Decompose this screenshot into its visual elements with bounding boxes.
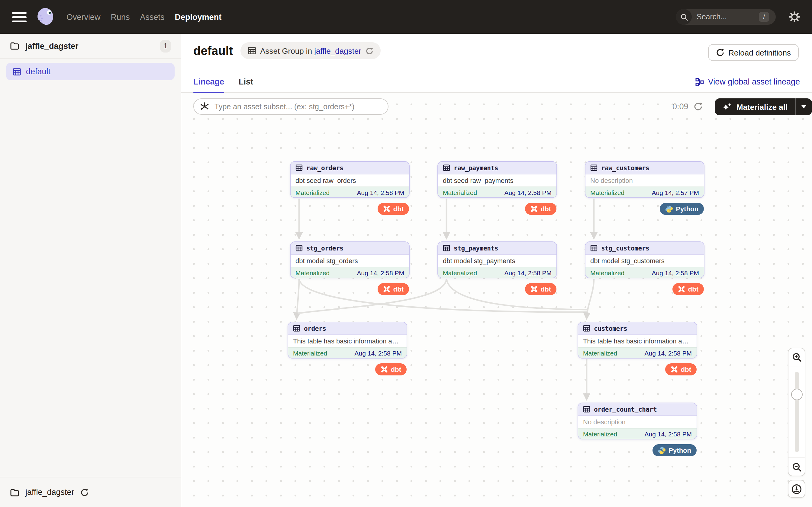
asset-status: Materialized bbox=[443, 188, 477, 196]
table-icon bbox=[295, 164, 303, 171]
asset-node-order_count_chart[interactable]: order_count_chartNo descriptionMateriali… bbox=[577, 403, 697, 439]
asset-status: Materialized bbox=[590, 269, 624, 276]
asset-timestamp: Aug 14, 2:58 PM bbox=[504, 269, 552, 276]
sidebar-footer: jaffle_dagster bbox=[0, 477, 181, 507]
download-graph-button[interactable] bbox=[788, 480, 805, 498]
badge-label: dbt bbox=[541, 285, 551, 293]
dbt-badge: dbt bbox=[525, 283, 556, 295]
main-content: default Asset Group in jaffle_dagster Re… bbox=[181, 34, 812, 507]
nav-link-overview[interactable]: Overview bbox=[66, 12, 101, 21]
hamburger-menu-icon[interactable] bbox=[12, 9, 27, 24]
asset-timestamp: Aug 14, 2:58 PM bbox=[645, 430, 692, 437]
nav-link-runs[interactable]: Runs bbox=[111, 12, 130, 21]
asset-group-icon bbox=[13, 67, 21, 76]
zoom-in-button[interactable] bbox=[789, 348, 805, 366]
materialize-all-button[interactable]: Materialize all bbox=[715, 98, 795, 115]
asset-node-footer: MaterializedAug 14, 2:58 PM bbox=[578, 428, 697, 439]
zoom-slider-track[interactable] bbox=[795, 372, 799, 452]
asset-node-header: stg_customers bbox=[586, 242, 704, 255]
reload-definitions-button[interactable]: Reload definitions bbox=[708, 44, 799, 61]
materialize-all-label: Materialize all bbox=[737, 102, 788, 111]
asset-node-header: raw_customers bbox=[586, 162, 704, 174]
asset-node-footer: MaterializedAug 14, 2:58 PM bbox=[438, 186, 556, 198]
lineage-edges bbox=[181, 93, 812, 507]
sidebar-item-default[interactable]: default bbox=[6, 63, 174, 80]
zoom-out-button[interactable] bbox=[789, 458, 805, 475]
tabs: LineageList bbox=[193, 71, 268, 92]
asset-node-raw_payments[interactable]: raw_paymentsdbt seed raw_paymentsMateria… bbox=[438, 161, 557, 198]
asset-node-customers[interactable]: customersThis table has basic informatio… bbox=[577, 322, 697, 358]
tab-lineage[interactable]: Lineage bbox=[193, 71, 224, 92]
table-icon bbox=[443, 164, 450, 171]
asset-subset-filter[interactable] bbox=[193, 98, 389, 115]
asset-name: raw_orders bbox=[306, 164, 343, 171]
asset-status: Materialized bbox=[443, 269, 477, 276]
asset-name: raw_payments bbox=[454, 164, 498, 171]
asset-group-icon bbox=[247, 47, 256, 55]
asset-subset-input[interactable] bbox=[213, 102, 382, 111]
dbt-logo-icon bbox=[383, 205, 390, 213]
asset-node-footer: MaterializedAug 14, 2:58 PM bbox=[288, 347, 407, 358]
refresh-icon[interactable] bbox=[365, 47, 373, 55]
asset-description: dbt seed raw_orders bbox=[291, 174, 409, 186]
nav-links: OverviewRunsAssetsDeployment bbox=[66, 12, 221, 21]
view-global-asset-lineage-link[interactable]: View global asset lineage bbox=[695, 77, 800, 86]
zoom-controls bbox=[788, 348, 805, 476]
chevron-down-icon bbox=[801, 105, 806, 109]
tab-list[interactable]: List bbox=[239, 71, 253, 92]
asset-node-header: orders bbox=[288, 322, 407, 335]
sidebar: jaffle_dagster 1 default jaffle_dagster bbox=[0, 34, 181, 507]
top-nav: OverviewRunsAssetsDeployment Search... / bbox=[0, 0, 812, 34]
zoom-slider-knob[interactable] bbox=[791, 389, 802, 400]
nav-link-deployment[interactable]: Deployment bbox=[175, 12, 222, 21]
asset-timestamp: Aug 14, 2:58 PM bbox=[652, 269, 699, 276]
python-logo-icon bbox=[665, 205, 673, 213]
dbt-badge: dbt bbox=[665, 363, 697, 376]
search-input[interactable]: Search... / bbox=[676, 9, 776, 25]
sidebar-repo-row[interactable]: jaffle_dagster 1 bbox=[0, 34, 181, 59]
asset-status: Materialized bbox=[583, 349, 617, 356]
badge-label: dbt bbox=[393, 285, 404, 293]
refresh-icon[interactable] bbox=[80, 488, 89, 496]
search-placeholder: Search... bbox=[697, 13, 727, 21]
sidebar-repo-count-badge: 1 bbox=[160, 40, 171, 52]
asset-node-footer: MaterializedAug 14, 2:57 PM bbox=[586, 186, 704, 198]
asset-node-raw_orders[interactable]: raw_ordersdbt seed raw_ordersMaterialize… bbox=[290, 161, 410, 198]
asset-node-orders[interactable]: ordersThis table has basic information a… bbox=[288, 322, 407, 358]
table-icon bbox=[443, 244, 450, 252]
asset-status: Materialized bbox=[590, 188, 624, 196]
python-badge: Python bbox=[659, 203, 704, 215]
asset-timestamp: Aug 14, 2:58 PM bbox=[357, 269, 404, 276]
gear-icon[interactable] bbox=[789, 11, 800, 22]
table-icon bbox=[590, 164, 598, 171]
asset-name: customers bbox=[594, 325, 627, 332]
edge-stg_customers-to-customers bbox=[587, 279, 594, 318]
asset-node-stg_payments[interactable]: stg_paymentsdbt model stg_paymentsMateri… bbox=[438, 241, 557, 278]
asset-node-stg_orders[interactable]: stg_ordersdbt model stg_ordersMaterializ… bbox=[290, 241, 410, 278]
materialize-dropdown-button[interactable] bbox=[795, 98, 812, 115]
asset-timestamp: Aug 14, 2:57 PM bbox=[652, 188, 699, 196]
asset-node-stg_customers[interactable]: stg_customersdbt model stg_customersMate… bbox=[585, 241, 704, 278]
dagster-logo-icon[interactable] bbox=[35, 6, 57, 28]
asset-name: stg_orders bbox=[306, 244, 343, 252]
asset-node-header: stg_orders bbox=[291, 242, 409, 255]
badge-label: Python bbox=[668, 447, 691, 454]
python-badge: Python bbox=[652, 444, 697, 456]
asset-node-raw_customers[interactable]: raw_customersNo descriptionMaterializedA… bbox=[585, 161, 704, 198]
asset-description: No description bbox=[586, 174, 704, 186]
folder-icon bbox=[10, 41, 19, 51]
asset-name: order_count_chart bbox=[594, 406, 657, 413]
nav-link-assets[interactable]: Assets bbox=[140, 12, 165, 21]
dbt-badge: dbt bbox=[672, 283, 704, 295]
refresh-icon[interactable] bbox=[694, 102, 703, 111]
asset-node-footer: MaterializedAug 14, 2:58 PM bbox=[578, 347, 697, 358]
asset-node-header: raw_payments bbox=[438, 162, 556, 174]
zoom-slider[interactable] bbox=[789, 366, 805, 458]
asset-timestamp: Aug 14, 2:58 PM bbox=[355, 349, 402, 356]
lineage-graph-pane[interactable]: raw_ordersdbt seed raw_ordersMaterialize… bbox=[181, 93, 812, 507]
asset-timestamp: Aug 14, 2:58 PM bbox=[357, 188, 404, 196]
asset-description: dbt model stg_payments bbox=[438, 255, 556, 267]
sparkle-icon bbox=[722, 102, 732, 111]
badge-label: Python bbox=[676, 205, 698, 213]
repo-link[interactable]: jaffle_dagster bbox=[314, 46, 361, 55]
